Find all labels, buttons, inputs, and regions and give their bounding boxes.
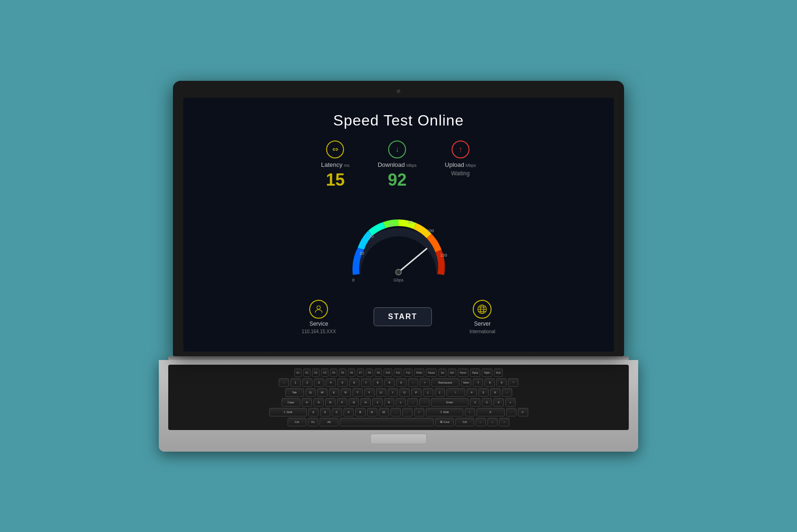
key-f8[interactable]: F8 (366, 368, 373, 377)
key-num3[interactable]: 3 (493, 398, 504, 407)
key-e[interactable]: E (329, 388, 339, 397)
key-f12[interactable]: F12 (404, 368, 413, 377)
key-f3[interactable]: F3 (321, 368, 328, 377)
key-home[interactable]: Home (458, 368, 469, 377)
key-shift-r[interactable]: ⇧ Shift (426, 408, 463, 416)
key-down[interactable]: ↓ (487, 418, 498, 426)
key-num2[interactable]: 2 (482, 398, 492, 407)
key-num1[interactable]: 1 (470, 398, 480, 407)
key-s[interactable]: S (313, 398, 324, 407)
key-o[interactable]: O (399, 388, 410, 397)
key-fn[interactable]: Fn (294, 368, 302, 377)
key-c[interactable]: C (332, 408, 342, 416)
key-j[interactable]: J (372, 398, 383, 407)
key-num6[interactable]: 6 (490, 388, 500, 397)
key-5[interactable]: 5 (337, 378, 348, 387)
key-num5[interactable]: 5 (478, 388, 489, 397)
key-num-mul[interactable]: * (508, 378, 518, 387)
key-ctrl-r[interactable]: Ctrl (455, 418, 474, 426)
key-2[interactable]: 2 (302, 378, 313, 387)
key-num4[interactable]: 4 (467, 388, 477, 397)
key-prtsc[interactable]: PrtSc (414, 368, 424, 377)
start-button[interactable]: START (374, 307, 432, 326)
key-left[interactable]: ← (476, 418, 486, 426)
key-cmd[interactable]: ⌘ Cmd (435, 418, 454, 426)
key-g[interactable]: G (349, 398, 359, 407)
key-6[interactable]: 6 (349, 378, 359, 387)
key-t[interactable]: T (352, 388, 363, 397)
key-m[interactable]: M (379, 408, 389, 416)
key-pgdn[interactable]: PgDn (482, 368, 492, 377)
key-bracket-r[interactable]: ] (435, 388, 445, 397)
key-backtick[interactable]: ~ (279, 378, 289, 387)
key-f1[interactable]: F1 (303, 368, 311, 377)
key-num9[interactable]: 9 (496, 378, 507, 387)
key-u[interactable]: U (376, 388, 386, 397)
key-alt-l[interactable]: Alt (320, 418, 338, 426)
key-equals[interactable]: = (420, 378, 430, 387)
key-pause[interactable]: Pause (426, 368, 437, 377)
key-3[interactable]: 3 (314, 378, 324, 387)
key-right[interactable]: → (499, 418, 509, 426)
key-pgup[interactable]: PgUp (470, 368, 481, 377)
key-ins[interactable]: Ins (438, 368, 446, 377)
key-q[interactable]: Q (305, 388, 316, 397)
touchpad[interactable] (370, 434, 427, 444)
key-backslash[interactable]: \ (446, 388, 465, 397)
key-a[interactable]: A (302, 398, 312, 407)
key-z[interactable]: Z (308, 408, 319, 416)
key-enter[interactable]: Enter (431, 398, 469, 407)
key-num-lock[interactable]: Num (461, 378, 472, 387)
key-semicolon[interactable]: ; (407, 398, 418, 407)
key-0[interactable]: 0 (396, 378, 406, 387)
key-h[interactable]: H (360, 398, 371, 407)
key-4[interactable]: 4 (326, 378, 336, 387)
key-tab[interactable]: Tab (285, 388, 304, 397)
key-i[interactable]: I (388, 388, 398, 397)
key-9[interactable]: 9 (384, 378, 395, 387)
key-del[interactable]: Del (448, 368, 456, 377)
key-d[interactable]: D (325, 398, 336, 407)
key-8[interactable]: 8 (373, 378, 383, 387)
key-ctrl-l[interactable]: Ctrl (288, 418, 306, 426)
key-bracket-l[interactable]: [ (423, 388, 433, 397)
key-period[interactable]: . (402, 408, 413, 416)
key-7[interactable]: 7 (361, 378, 371, 387)
key-up[interactable]: ↑ (465, 408, 475, 416)
key-k[interactable]: K (384, 398, 394, 407)
key-f9[interactable]: F9 (375, 368, 382, 377)
key-space[interactable] (340, 418, 434, 426)
key-w[interactable]: W (317, 388, 328, 397)
key-v[interactable]: V (344, 408, 354, 416)
key-x[interactable]: X (320, 408, 330, 416)
key-end[interactable]: End (494, 368, 503, 377)
key-n[interactable]: N (367, 408, 377, 416)
key-num-dot[interactable]: . (506, 408, 516, 416)
key-f2[interactable]: F2 (312, 368, 320, 377)
key-quote[interactable]: ' (419, 398, 430, 407)
key-l[interactable]: L (396, 398, 406, 407)
key-p[interactable]: P (411, 388, 422, 397)
key-caps[interactable]: Caps (281, 398, 300, 407)
key-r[interactable]: R (341, 388, 351, 397)
key-num-sub[interactable]: - (502, 388, 512, 397)
key-1[interactable]: 1 (290, 378, 301, 387)
key-f10[interactable]: F10 (383, 368, 392, 377)
key-f5[interactable]: F5 (339, 368, 346, 377)
key-f4[interactable]: F4 (330, 368, 337, 377)
key-num-add[interactable]: + (505, 398, 516, 407)
key-f11[interactable]: F11 (394, 368, 403, 377)
key-num8[interactable]: 8 (484, 378, 495, 387)
key-f6[interactable]: F6 (348, 368, 355, 377)
key-num7[interactable]: 7 (473, 378, 483, 387)
key-num0[interactable]: 0 (477, 408, 505, 416)
key-minus[interactable]: - (408, 378, 418, 387)
key-f7[interactable]: F7 (357, 368, 364, 377)
key-y[interactable]: Y (364, 388, 375, 397)
key-slash[interactable]: / (414, 408, 424, 416)
key-num-enter[interactable]: ↵ (518, 408, 528, 416)
key-f[interactable]: F (337, 398, 347, 407)
key-b[interactable]: B (355, 408, 366, 416)
key-fn-bottom[interactable]: Fn (308, 418, 318, 426)
key-comma[interactable]: , (391, 408, 401, 416)
